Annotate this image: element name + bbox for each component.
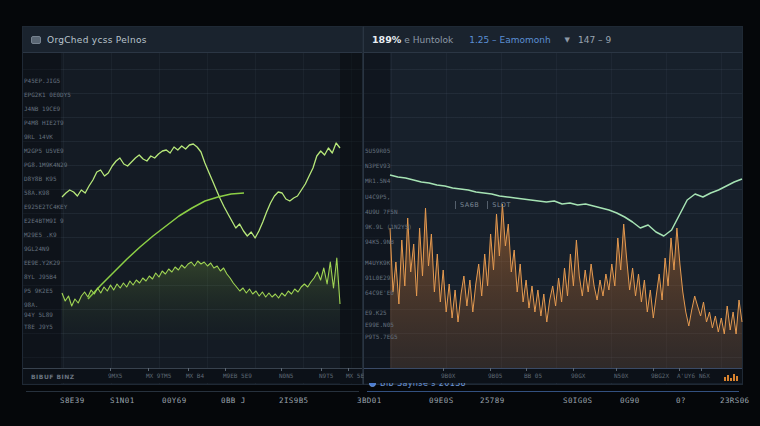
timeline-tick-label: BB 05 [524,372,542,379]
y-axis-label: M4UYK9K [365,259,390,266]
y-axis-label: 98A. [24,301,38,308]
left-panel-header: OrgChed ycss Pelnos [23,27,362,53]
timeline-tick-label: 9MX5 [108,372,122,379]
x-axis-label: S8E39 [60,396,85,405]
x-axis-label: 0? [676,396,686,405]
y-axis-label: D8Y8B K95 [24,175,57,182]
x-axis-label: 0G90 [620,396,640,405]
y-axis-label: 91L0E29 [365,274,390,281]
overlay-tag-2: SLOT [487,201,511,209]
left-chart-panel: OrgChed ycss Pelnos Itne Sgcoyrce BIBUF … [22,26,363,385]
y-axis-label: 9GL24N9 [24,245,49,252]
y-axis-label: 5U59R05 [365,147,390,154]
x-axis-label: S1N01 [110,396,135,405]
left-footer-divider [26,391,359,392]
chevron-down-icon[interactable]: ▼ [565,36,570,44]
timeline-tick-label: M9EB 5E9 [223,372,252,379]
y-axis-label: 8YL J95B4 [24,273,57,280]
chart-overlay-tags: SA6B SLOT [455,201,511,209]
x-axis-label: 09E0S [429,396,454,405]
y-axis-label: 58A.K98 [24,189,49,196]
timeline-tick-label: N50X [614,372,628,379]
right-panel-header: 189% e Huntolok 1.25 – Eamomonh ▼ 147 – … [364,27,742,53]
timeline-tick-label: N6X [699,372,710,379]
y-axis-label: P9T5.7EG5 [365,333,398,340]
y-axis-label: EE9E.Y2K29 [24,259,60,266]
y-axis-label: 94Y 5L89 [24,311,53,318]
y-axis-label: M29E5 .K9 [24,231,57,238]
left-right-gutter [340,53,362,384]
mini-bar-sparkline [724,374,738,381]
y-axis-label: J4NB 19CE9 [24,105,60,112]
x-axis-label: 3BD01 [357,396,382,405]
timeline-tick-label: A'UY6 [677,372,695,379]
y-axis-label: PG8.1M9K4N29 [24,161,67,168]
header-percent-value: 189% [372,34,401,45]
y-axis-label: EPG2K1 0E0DY5 [24,91,71,98]
header-instrument-name: e Huntolok [404,35,453,45]
timeline-tick-label: N9T5 [319,372,333,379]
right-chart-panel: 189% e Huntolok 1.25 – Eamomonh ▼ 147 – … [363,26,743,385]
y-axis-label: 94K5.9NB [365,238,394,245]
timeline-tick-label: MX B4 [186,372,204,379]
overlay-tag-1: SA6B [455,201,479,209]
timeline-tick-label: 9B0X [441,372,455,379]
x-axis-label: 00Y69 [162,396,187,405]
y-axis-label: 64C9E'E0 [365,289,394,296]
x-axis-label: S0IG0S [563,396,593,405]
y-axis-label: 9K.9L (1N2Y5) [365,223,412,230]
left-chart-canvas[interactable]: Itne Sgcoyrce BIBUF BINZ 9MX5MX 9TM5MX B… [23,53,362,384]
y-axis-label: MR1.5N4 [365,177,390,184]
window-icon [31,36,41,44]
timeline-tick-label: 9B05 [488,372,502,379]
x-axis-label: 0BB J [221,396,246,405]
y-axis-label: E925E2TC4KEY [24,203,67,210]
y-axis-label: T8E J9Y5 [24,323,53,330]
timeline-tick-label: 90GX [571,372,585,379]
right-footer-divider [367,391,739,392]
x-axis-label: 23RS06 [720,396,750,405]
timeline-tick-label: 9BG2X [651,372,669,379]
y-axis-label: N3PEV93 [365,162,390,169]
y-axis-label: E99E.N05 [365,321,394,328]
y-axis-label: E9.K25 [365,309,387,316]
x-axis-label: 2IS9B5 [279,396,309,405]
timeline-tick-label: MX 9TM5 [146,372,171,379]
left-timeline-label: BIBUF BINZ [31,373,75,380]
y-axis-label: E2E4BTM9I 9 [24,217,64,224]
header-stat-secondary: 147 – 9 [578,35,611,45]
y-axis-label: 9RL 14VK [24,133,53,140]
y-axis-label: P5 9K2E5 [24,287,53,294]
y-axis-label: U4C9P5, [365,193,390,200]
y-axis-label: P45EP.JIG5 [24,77,60,84]
header-stat-primary: 1.25 – Eamomonh [469,35,550,45]
trading-dashboard: OrgChed ycss Pelnos Itne Sgcoyrce BIBUF … [0,0,760,426]
left-panel-title: OrgChed ycss Pelnos [47,35,147,45]
y-axis-label: P4M8 HIE2T9 [24,119,64,126]
y-axis-label: M2GP5 U5VE9 [24,147,64,154]
timeline-tick-label: N0N5 [279,372,293,379]
right-chart-canvas[interactable]: Bib Saynse s 20138 9B0X9B05BB 0590GXN50X… [364,53,742,384]
y-axis-label: 4U9U 7F5N [365,208,398,215]
right-mini-timeline[interactable]: 9B0X9B05BB 0590GXN50X9BG2XA'UY6N6X [364,368,742,383]
x-axis-label: 25789 [480,396,505,405]
left-mini-timeline[interactable]: BIBUF BINZ 9MX5MX 9TM5MX B4M9EB 5E9N0N5N… [23,368,362,383]
